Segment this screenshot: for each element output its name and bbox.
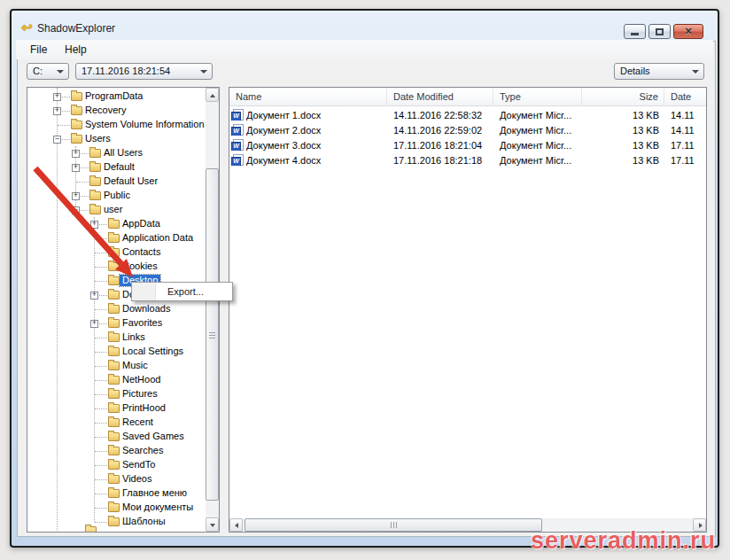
close-button[interactable]: ✕: [673, 24, 703, 39]
menu-file[interactable]: File: [24, 40, 53, 59]
tree-item-label: Recovery: [85, 105, 126, 116]
tree-item-sendto[interactable]: SendTo: [27, 458, 206, 472]
expand-icon[interactable]: +: [90, 320, 98, 328]
tree-item-pictures[interactable]: Pictures: [27, 387, 206, 401]
folder-icon: [108, 461, 120, 470]
tree-item-recent[interactable]: Recent: [27, 416, 206, 430]
column-header-type[interactable]: Type: [493, 88, 582, 105]
tree-item-favorites[interactable]: +Favorites: [27, 316, 206, 331]
file-list: Документ 1.docx14.11.2016 22:58:32Докуме…: [229, 107, 706, 167]
expand-icon[interactable]: +: [53, 107, 61, 115]
file-type: Документ Micr...: [493, 140, 582, 151]
file-size: 13 KB: [582, 110, 664, 121]
tree-item-recovery[interactable]: +Recovery: [27, 104, 206, 118]
tree-item-local-settings[interactable]: Local Settings: [27, 345, 206, 359]
tree-item-saved-games[interactable]: Saved Games: [27, 430, 206, 444]
tree-item-printhood[interactable]: PrintHood: [27, 401, 206, 416]
tree-item-label: System Volume Information: [85, 119, 205, 130]
tree-item-default[interactable]: +Default: [27, 160, 206, 175]
folder-icon: [108, 305, 120, 314]
tree-item-appdata[interactable]: +AppData: [27, 217, 206, 231]
tree-item-contacts[interactable]: Contacts: [27, 245, 206, 260]
app-icon: ↩: [21, 20, 33, 34]
tree-item-label: Pictures: [122, 388, 158, 400]
tree-item-user[interactable]: −user: [27, 203, 206, 217]
tree-item-шаблоны[interactable]: Шаблоны: [27, 515, 206, 529]
folder-icon: [108, 404, 120, 413]
tree-item-label: Favorites: [122, 317, 162, 329]
scroll-left-button[interactable]: [229, 518, 243, 532]
collapse-icon[interactable]: −: [53, 136, 61, 144]
folder-icon: [108, 376, 120, 385]
tree-item-system-volume-information[interactable]: System Volume Information: [27, 118, 206, 132]
expand-icon[interactable]: +: [53, 93, 61, 101]
expand-icon[interactable]: +: [72, 192, 80, 200]
tree-item-users[interactable]: −Users: [27, 132, 206, 146]
maximize-button[interactable]: [648, 24, 671, 39]
tree-connector-stub: [95, 508, 107, 509]
tree-item-links[interactable]: Links: [27, 331, 206, 345]
file-date-modified: 17.11.2016 18:21:04: [387, 140, 493, 151]
column-header-date[interactable]: Date: [664, 88, 706, 105]
tree-vertical-scrollbar[interactable]: [206, 88, 219, 532]
folder-icon: [108, 418, 120, 427]
tree-item-videos[interactable]: Videos: [27, 472, 206, 486]
tree-item-default-user[interactable]: Default User: [27, 175, 206, 189]
folder-icon: [108, 276, 120, 285]
snapshot-date-select[interactable]: 17.11.2016 18:21:54: [75, 63, 213, 80]
file-row[interactable]: Документ 4.docx17.11.2016 18:21:18Докуме…: [229, 152, 706, 167]
tree-item-label: Главное меню: [122, 487, 187, 499]
tree-item-searches[interactable]: Searches: [27, 444, 206, 458]
minimize-button[interactable]: [624, 24, 646, 39]
expand-icon[interactable]: +: [72, 150, 80, 158]
folder-icon: [108, 319, 120, 328]
folder-tree: +ProgramData+RecoverySystem Volume Infor…: [27, 88, 206, 532]
tree-item-cookies[interactable]: Cookies: [27, 260, 206, 274]
tree-item-главное-меню[interactable]: Главное меню: [27, 486, 206, 501]
file-row[interactable]: Документ 2.docx14.11.2016 22:59:02Докуме…: [229, 122, 706, 137]
folder-icon: [108, 262, 120, 271]
tree-connector-stub: [95, 338, 107, 338]
tree-item-label: Шаблоны: [122, 516, 166, 527]
column-header-name[interactable]: Name: [229, 88, 387, 105]
tree-connector-stub: [95, 465, 107, 466]
tree-item-label: Music: [122, 360, 148, 371]
tree-item-application-data[interactable]: Application Data: [27, 231, 206, 245]
tree-item-downloads[interactable]: Downloads: [27, 302, 206, 316]
folder-icon: [89, 177, 101, 186]
scroll-down-button[interactable]: [206, 517, 219, 532]
tree-item-label: SendTo: [122, 459, 155, 471]
title-bar[interactable]: ↩ ShadowExplorer ✕: [12, 11, 718, 41]
folder-icon: [108, 291, 120, 299]
scrollbar-thumb[interactable]: [245, 518, 542, 532]
folder-icon: [108, 489, 120, 498]
expand-icon[interactable]: +: [72, 164, 80, 172]
collapse-icon[interactable]: −: [72, 206, 80, 214]
folder-icon: [108, 503, 120, 512]
tree-item-label: Downloads: [122, 303, 170, 315]
column-header-size[interactable]: Size: [582, 88, 664, 105]
file-row[interactable]: Документ 1.docx14.11.2016 22:58:32Докуме…: [229, 107, 706, 122]
grip-icon: [391, 522, 397, 528]
file-date: 14.11: [664, 125, 706, 136]
drive-select[interactable]: C:: [27, 63, 69, 80]
file-type: Документ Micr...: [493, 155, 582, 166]
tree-connector-stub: [95, 494, 107, 494]
tree-item-public[interactable]: +Public: [27, 189, 206, 203]
file-row[interactable]: Документ 3.docx17.11.2016 18:21:04Докуме…: [229, 137, 706, 152]
tree-item-programdata[interactable]: +ProgramData: [27, 89, 206, 104]
menu-item-export[interactable]: Export...: [167, 283, 204, 300]
menu-help[interactable]: Help: [58, 40, 93, 59]
tree-item-all-users[interactable]: +All Users: [27, 146, 206, 160]
expand-icon[interactable]: +: [90, 292, 98, 299]
view-mode-select[interactable]: Details: [614, 63, 704, 80]
scroll-up-button[interactable]: [206, 88, 219, 102]
column-header-date-modified[interactable]: Date Modified: [387, 88, 493, 105]
tree-item-music[interactable]: Music: [27, 359, 206, 373]
word-document-icon: [233, 124, 244, 136]
tree-item-nethood[interactable]: NetHood: [27, 373, 206, 387]
expand-icon[interactable]: +: [90, 221, 98, 229]
tree-connector-stub: [95, 281, 107, 282]
scrollbar-thumb[interactable]: [206, 168, 219, 501]
tree-item-мои-документы[interactable]: Мои документы: [27, 501, 206, 515]
